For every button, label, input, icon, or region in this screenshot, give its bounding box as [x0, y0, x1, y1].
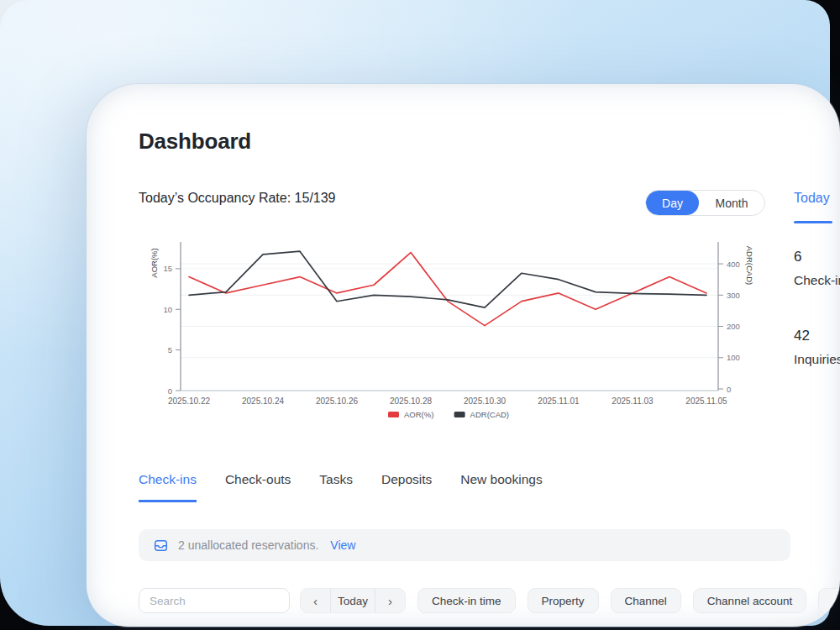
day-month-toggle: Day Month: [645, 190, 765, 216]
page-title: Dashboard: [139, 129, 251, 155]
next-day-button[interactable]: ›: [375, 589, 405, 612]
tab-new-bookings[interactable]: New bookings: [460, 472, 542, 502]
stat-check-ins: 6Check-ins: [794, 249, 840, 288]
occupancy-rate-text: Today’s Occupancy Rate: 15/139: [139, 191, 336, 206]
svg-text:10: 10: [163, 305, 172, 314]
filter-buttons: Check-in timePropertyChannelChannel acco…: [406, 588, 806, 613]
screenshot-stage: Dashboard Today’s Occupancy Rate: 15/139…: [0, 0, 840, 630]
svg-text:300: 300: [727, 291, 740, 300]
tab-check-ins[interactable]: Check-ins: [139, 472, 197, 502]
stat-label: Check-ins: [794, 273, 840, 288]
today-button[interactable]: Today: [330, 589, 375, 612]
banner-text: 2 unallocated reservations.: [178, 538, 318, 552]
svg-text:2025.11.05: 2025.11.05: [685, 396, 727, 406]
filter-row: ‹ Today › Check-in timePropertyChannelCh…: [139, 588, 840, 613]
banner-view-link[interactable]: View: [330, 538, 355, 552]
app-window: Dashboard Today’s Occupancy Rate: 15/139…: [87, 84, 840, 627]
svg-text:ADR(CAD): ADR(CAD): [745, 246, 754, 285]
svg-text:0: 0: [168, 386, 172, 396]
check-in-time-filter-button[interactable]: Check-in time: [417, 588, 516, 613]
svg-text:400: 400: [727, 260, 740, 269]
channel-filter-button[interactable]: Channel: [611, 588, 681, 613]
tab-check-outs[interactable]: Check-outs: [225, 472, 291, 502]
svg-text:AOR(%): AOR(%): [150, 248, 159, 277]
tab-today[interactable]: Today: [794, 191, 830, 206]
search-input[interactable]: [139, 588, 290, 613]
stat-inquiries: 42Inquiries: [794, 328, 840, 367]
tab-tasks[interactable]: Tasks: [319, 472, 353, 502]
svg-text:AOR(%): AOR(%): [404, 410, 433, 419]
svg-text:2025.10.22: 2025.10.22: [168, 396, 210, 406]
section-tabs: Check-insCheck-outsTasksDepositsNew book…: [139, 472, 543, 502]
tab-deposits[interactable]: Deposits: [381, 472, 432, 502]
day-toggle-button[interactable]: Day: [646, 191, 699, 215]
svg-text:100: 100: [727, 353, 740, 362]
svg-text:2025.11.01: 2025.11.01: [538, 396, 580, 406]
svg-text:5: 5: [168, 345, 172, 354]
svg-text:2025.10.28: 2025.10.28: [390, 396, 432, 406]
month-toggle-button[interactable]: Month: [699, 191, 764, 215]
occupancy-adr-chart: 05101501002003004002025.10.222025.10.242…: [139, 238, 760, 427]
svg-text:15: 15: [163, 264, 172, 273]
stat-label: Inquiries: [794, 352, 840, 367]
tab-today-underline: [794, 221, 832, 223]
svg-text:2025.10.26: 2025.10.26: [316, 396, 358, 406]
svg-text:2025.10.24: 2025.10.24: [242, 396, 284, 406]
stat-value: 42: [794, 328, 840, 344]
unallocated-banner: 2 unallocated reservations. View: [139, 529, 790, 561]
svg-text:2025.10.30: 2025.10.30: [464, 396, 506, 406]
property-filter-button[interactable]: Property: [528, 588, 599, 613]
svg-text:200: 200: [727, 322, 740, 331]
prev-day-button[interactable]: ‹: [301, 589, 330, 612]
date-nav: ‹ Today ›: [300, 588, 406, 613]
archive-box-icon: [154, 538, 168, 553]
channel-account-filter-button[interactable]: Channel account: [693, 588, 806, 613]
svg-text:ADR(CAD): ADR(CAD): [470, 410, 509, 419]
svg-text:2025.11.03: 2025.11.03: [612, 396, 654, 406]
stat-value: 6: [794, 249, 840, 265]
svg-text:0: 0: [727, 385, 731, 394]
